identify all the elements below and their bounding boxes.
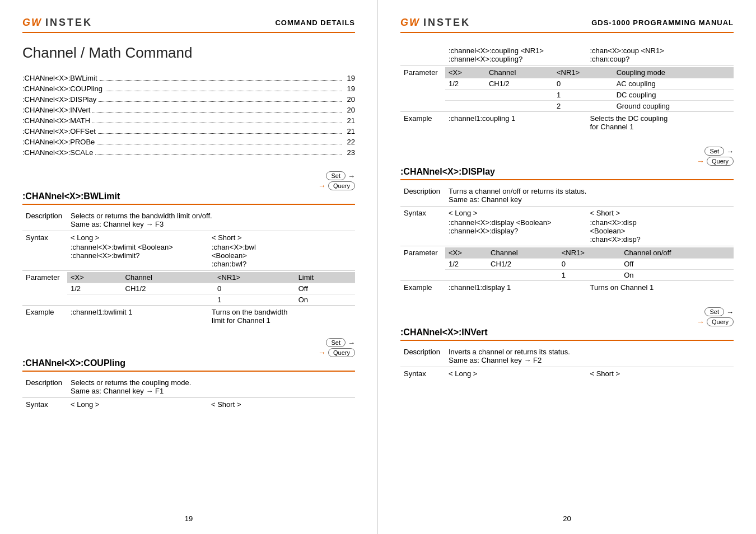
toc-page: 20 bbox=[344, 106, 355, 114]
toc-page: 21 bbox=[344, 116, 355, 125]
disp-set-badge: Set bbox=[704, 147, 724, 156]
pd-x2 bbox=[67, 294, 122, 306]
desc-content: Selects or returns the coupling mode. Sa… bbox=[67, 376, 355, 398]
disp-example-content: :channel1:display 1 Turns on Channel 1 bbox=[445, 281, 734, 294]
desc-row: Description Selects or returns the bandw… bbox=[22, 209, 355, 231]
pd-ch: CH1/2 bbox=[122, 283, 214, 294]
disp-data-row1: 1/2 CH1/2 0 Off bbox=[445, 259, 734, 270]
disp-data-row2: 1 On bbox=[445, 270, 734, 281]
ph-channel: Channel bbox=[122, 272, 214, 283]
dph-ch: Channel bbox=[487, 247, 558, 259]
disp-syntax-label: Syntax bbox=[400, 207, 445, 246]
right-header-title: GDS-1000 Programming Manual bbox=[591, 18, 734, 27]
disp-set-badge-row: Set → bbox=[704, 147, 734, 156]
cph-mode: Coupling mode bbox=[613, 67, 734, 78]
syntax-label: Syntax bbox=[22, 231, 67, 271]
cph-nr1: <NR1> bbox=[553, 67, 613, 78]
toc-dots bbox=[99, 95, 342, 102]
param-label: Parameter bbox=[400, 66, 445, 112]
coupling-short-lines: :chan<X>:coup <NR1> :chan:coup? bbox=[590, 46, 731, 63]
example-label: Example bbox=[400, 112, 445, 134]
pd-x: 1/2 bbox=[67, 283, 122, 294]
inv-short-label: < Short > bbox=[590, 369, 731, 378]
cpd-ch3 bbox=[486, 101, 553, 112]
right-header: GW INSTEK GDS-1000 Programming Manual bbox=[400, 17, 734, 33]
disp-example-desc: Turns on Channel 1 bbox=[590, 283, 731, 292]
left-page: GW INSTEK COMMAND DETAILS Channel / Math… bbox=[0, 0, 378, 534]
example-content: :channel1:bwlimit 1 Turns on the bandwid… bbox=[67, 306, 355, 327]
query-arrow-orange: → bbox=[318, 181, 326, 190]
toc-row: :CHANnel<X>:MATH 21 bbox=[22, 115, 355, 126]
inv-long-label: < Long > bbox=[449, 369, 589, 378]
toc-dots bbox=[92, 106, 342, 113]
query-arrow-orange2: → bbox=[318, 348, 326, 357]
toc-row: :CHANnel<X>:COUPling 19 bbox=[22, 83, 355, 94]
param-label: Parameter bbox=[22, 271, 67, 306]
dpd-off: Off bbox=[620, 259, 734, 270]
coupling-section: Set → → Query :CHANnel<X>:COUPling Descr… bbox=[22, 338, 355, 411]
dpd-0: 0 bbox=[558, 259, 620, 270]
dpd-1: 1 bbox=[558, 270, 620, 281]
inv-set-arrow: → bbox=[726, 308, 734, 316]
cpd-x1: 1/2 bbox=[445, 78, 486, 90]
ph-limit: Limit bbox=[295, 272, 355, 283]
toc: :CHANnel<X>:BWLimit 19 :CHANnel<X>:COUPl… bbox=[22, 73, 355, 158]
syntax-short-lines: :chan<X>:bwl <Boolean> :chan:bwl? bbox=[212, 243, 352, 268]
display-header: :CHANnel<X>:DISPlay bbox=[400, 167, 734, 180]
syntax-long-label: < Long > bbox=[71, 233, 211, 242]
syntax-short-label: < Short > bbox=[212, 233, 352, 242]
set-badge-row2: Set → bbox=[326, 338, 355, 347]
disp-param-label: Parameter bbox=[400, 246, 445, 281]
bwlimit-section: Set → → Query :CHANnel<X>:BWLimit Descri… bbox=[22, 171, 355, 327]
dpd-x1: 1/2 bbox=[445, 259, 487, 270]
inv-query-badge: Query bbox=[707, 317, 734, 326]
disp-example-label: Example bbox=[400, 281, 445, 294]
toc-label: :CHANnel<X>:COUPling bbox=[22, 85, 102, 93]
inv-query-badge-row: → Query bbox=[697, 317, 734, 326]
coupling-param-row: Parameter <X> Channel <NR1> Coupling mod… bbox=[400, 66, 734, 112]
left-logo: GW INSTEK bbox=[22, 17, 92, 29]
coupling-syntax-row: :channel<X>:coupling <NR1> :channel<X>:c… bbox=[400, 44, 734, 66]
pd-nr1-0: 0 bbox=[214, 283, 295, 294]
cph-ch: Channel bbox=[486, 67, 553, 78]
inv-query-arrow: → bbox=[697, 317, 704, 326]
cpd-ch1: CH1/2 bbox=[486, 78, 553, 90]
right-page: GW INSTEK GDS-1000 Programming Manual :c… bbox=[378, 0, 756, 534]
query-badge-row: → Query bbox=[318, 181, 355, 190]
inv-syntax-content: < Long > < Short > bbox=[445, 367, 734, 381]
toc-page: 19 bbox=[344, 74, 355, 82]
syntax-short-label2: < Short > bbox=[211, 400, 352, 409]
desc-row: Description Selects or returns the coupl… bbox=[22, 376, 355, 398]
desc-content: Selects or returns the bandwidth limit o… bbox=[67, 209, 355, 231]
param-data-row2: 1 On bbox=[67, 294, 355, 306]
set-arrow2: → bbox=[348, 339, 355, 347]
disp-desc-label: Description bbox=[400, 185, 445, 207]
disp-syntax-row: Syntax < Long > < Short > :channel<X>:di… bbox=[400, 207, 734, 246]
inv-set-badge: Set bbox=[704, 307, 724, 316]
toc-page: 22 bbox=[344, 138, 355, 146]
disp-param-header: <X> Channel <NR1> Channel on/off bbox=[445, 247, 734, 259]
param-header-row: <X> Channel <NR1> Limit bbox=[67, 272, 355, 283]
desc-label: Description bbox=[22, 376, 67, 398]
pd-nr1-1: 1 bbox=[214, 294, 295, 306]
param-data-row: 1/2 CH1/2 0 Off bbox=[67, 283, 355, 294]
disp-desc-row: Description Turns a channel on/off or re… bbox=[400, 185, 734, 207]
toc-label: :CHANnel<X>:MATH bbox=[22, 116, 90, 125]
dpd-on: On bbox=[620, 270, 734, 281]
cpd-ac: AC coupling bbox=[613, 78, 734, 90]
toc-label: :CHANnel<X>:INVert bbox=[22, 106, 90, 114]
syntax-long-lines: :channel<X>:bwlimit <Boolean> :channel<X… bbox=[71, 243, 211, 268]
display-table: Description Turns a channel on/off or re… bbox=[400, 185, 734, 294]
left-header: GW INSTEK COMMAND DETAILS bbox=[22, 17, 355, 33]
coupling-syntax-content: :channel<X>:coupling <NR1> :channel<X>:c… bbox=[445, 44, 734, 66]
coupling-header: :CHANnel<X>:COUPling bbox=[22, 358, 355, 372]
inv-desc-label: Description bbox=[400, 345, 445, 367]
disp-query-arrow: → bbox=[697, 157, 704, 166]
disp-param-row: Parameter <X> Channel <NR1> Channel on/o… bbox=[400, 246, 734, 281]
coupling-example-desc: Selects the DC couplingfor Channel 1 bbox=[590, 114, 731, 131]
inv-desc-content: Inverts a channel or returns its status.… bbox=[445, 345, 734, 367]
syntax-content: < Long > < Short > bbox=[67, 398, 355, 411]
disp-param-inner: <X> Channel <NR1> Channel on/off 1/2 CH1… bbox=[445, 247, 734, 280]
chapter-title: Channel / Math Command bbox=[22, 44, 355, 62]
toc-label: :CHANnel<X>:SCALe bbox=[22, 148, 93, 157]
